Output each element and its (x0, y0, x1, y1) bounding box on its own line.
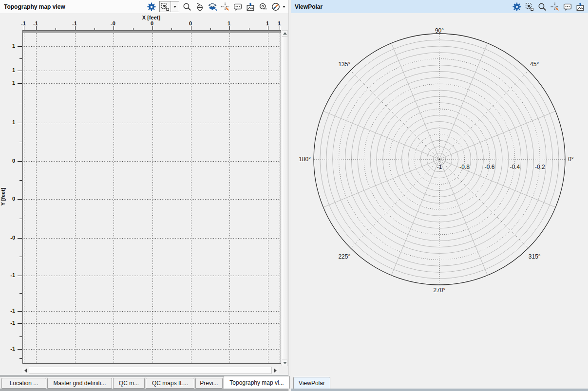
tab-qc-m[interactable]: QC m... (113, 378, 145, 389)
y-tick-label: -1 (1, 346, 15, 352)
x-axis-title: X [feet] (22, 15, 280, 20)
y-tick (18, 349, 22, 350)
comment-icon (233, 2, 242, 11)
export-image-button[interactable] (246, 2, 255, 12)
polar-radial-label: -0.2 (535, 164, 545, 170)
vertical-scrollbar[interactable] (282, 37, 288, 360)
x-tick (268, 26, 268, 30)
comments-button[interactable] (563, 2, 572, 12)
viewpolar-pane-header: ViewPolar (291, 0, 588, 13)
select-icon (525, 2, 534, 11)
magnifier-icon (183, 2, 191, 11)
polar-angle-label: 270° (434, 287, 446, 294)
polar-angle-label: 0° (568, 156, 574, 163)
polar-angle-label: 90° (435, 27, 444, 34)
topography-plot-area[interactable] (22, 30, 281, 364)
crosshair-icon (221, 2, 229, 11)
viewpolar-toolbar (512, 2, 588, 12)
y-minor-tick (19, 58, 22, 59)
polar-angle-label: 225° (338, 253, 350, 260)
y-tick-label: 1 (1, 67, 15, 73)
polar-angle-label: 180° (299, 156, 311, 163)
image-export-icon (246, 2, 255, 11)
y-tick-label: -1 (1, 272, 15, 278)
polar-radial-label: -0.6 (485, 164, 495, 170)
tab-preview[interactable]: Previ... (195, 378, 223, 389)
scroll-left-button[interactable] (22, 367, 29, 374)
select-mode-button[interactable] (159, 1, 179, 12)
y-tick (18, 71, 22, 71)
zoom-button[interactable] (537, 2, 547, 12)
compass-button[interactable] (271, 2, 281, 12)
select-mode-dropdown[interactable] (171, 1, 179, 12)
settings-button[interactable] (512, 2, 522, 12)
polar-radial-label: -0.8 (459, 164, 470, 170)
settings-button[interactable] (147, 2, 156, 12)
measure-icon (259, 2, 267, 11)
page-title: Topography map view (0, 3, 65, 10)
zoom-button[interactable] (182, 2, 192, 12)
y-minor-tick (19, 257, 22, 257)
layers-button[interactable] (208, 2, 217, 12)
x-tick (114, 26, 114, 30)
polar-radial-label: -0.4 (510, 164, 520, 170)
y-tick-label: -1 (1, 320, 15, 326)
mouse-icon (195, 2, 204, 11)
y-tick-label: -1 (1, 308, 15, 314)
x-tick (191, 26, 191, 30)
x-tick (36, 26, 37, 30)
image-export-icon (576, 2, 585, 11)
track-cursor-button[interactable] (220, 2, 230, 12)
scroll-down-button[interactable] (282, 360, 288, 366)
viewpolar-title: ViewPolar (291, 3, 322, 10)
x-tick (229, 26, 230, 30)
y-tick-label: -0 (1, 235, 15, 241)
y-minor-tick (19, 293, 22, 294)
tab-topography-map-view[interactable]: Topography map vi... (224, 376, 290, 389)
gear-icon (512, 2, 521, 11)
tab-master-grid-definition[interactable]: Master grid definiti... (47, 378, 112, 389)
compass-dropdown[interactable] (283, 6, 285, 8)
y-tick (18, 311, 22, 312)
select-mode-button[interactable] (525, 2, 534, 12)
export-image-button[interactable] (575, 2, 585, 12)
tab-viewpolar[interactable]: ViewPolar (293, 377, 330, 389)
chevron-down-icon (173, 6, 176, 8)
right-bottom-strip (291, 389, 588, 391)
up-arrow-icon (283, 32, 287, 35)
y-tick (18, 276, 22, 276)
x-tick (280, 26, 280, 30)
track-cursor-button[interactable] (550, 2, 560, 12)
x-tick (152, 26, 153, 30)
tab-qc-maps-il[interactable]: QC maps IL... (146, 378, 194, 389)
y-minor-tick (19, 336, 22, 337)
y-minor-tick (19, 219, 22, 219)
left-bottom-strip (0, 389, 288, 391)
scroll-up-button[interactable] (282, 30, 288, 37)
topography-map-pane: Topography map view X [feet] Y [ (0, 0, 288, 391)
x-tick (24, 26, 24, 30)
y-minor-tick (19, 358, 22, 359)
y-tick-label: 1 (1, 119, 15, 125)
polar-plot-area[interactable]: 0°45°90°135°180°225°270°315°-1-0.8-0.6-0… (291, 13, 588, 375)
y-tick (18, 238, 22, 239)
mouse-options-button[interactable] (195, 2, 205, 12)
y-tick (18, 199, 22, 200)
select-icon (160, 1, 171, 12)
topography-pane-header: Topography map view (0, 0, 288, 13)
y-tick (18, 83, 22, 84)
comments-button[interactable] (233, 2, 243, 12)
y-minor-tick (19, 142, 22, 142)
measure-button[interactable] (258, 2, 268, 12)
down-arrow-icon (283, 362, 287, 364)
scroll-right-button[interactable] (272, 367, 279, 374)
tab-location[interactable]: Location ... (1, 378, 46, 389)
crosshair-icon (550, 2, 559, 11)
polar-radial-label: -1 (437, 164, 442, 170)
y-tick (18, 46, 22, 47)
left-arrow-icon (24, 369, 27, 372)
y-tick-label: 0 (1, 196, 15, 202)
horizontal-scrollbar-thumb[interactable] (29, 367, 272, 374)
compass-icon (271, 2, 280, 11)
x-tick (75, 26, 76, 30)
